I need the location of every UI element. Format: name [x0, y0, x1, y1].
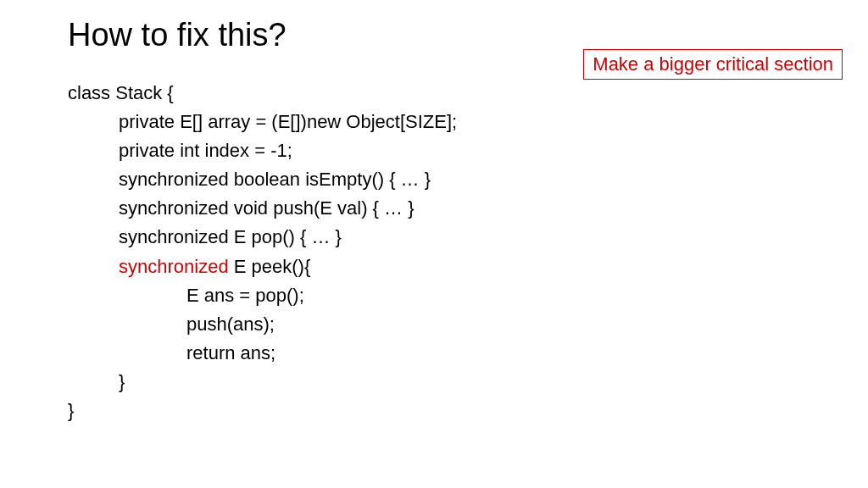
- slide-title: How to fix this?: [68, 17, 800, 53]
- code-text: E peek(){: [229, 256, 311, 277]
- code-line: synchronized void push(E val) { … }: [68, 194, 800, 223]
- code-line: synchronized E pop() { … }: [68, 223, 800, 252]
- code-line: synchronized boolean isEmpty() { … }: [68, 165, 800, 194]
- synchronized-keyword: synchronized: [119, 256, 229, 277]
- code-line: return ans;: [68, 339, 800, 368]
- code-line: private int index = -1;: [68, 136, 800, 165]
- code-line: synchronized E peek(){: [68, 252, 800, 281]
- callout-box: Make a bigger critical section: [583, 49, 843, 80]
- code-block: class Stack { private E[] array = (E[])n…: [68, 79, 800, 425]
- code-line: push(ans);: [68, 310, 800, 339]
- code-line: }: [68, 368, 800, 396]
- code-line: class Stack {: [68, 79, 800, 108]
- code-line: }: [68, 396, 800, 425]
- code-line: E ans = pop();: [68, 281, 800, 310]
- code-line: private E[] array = (E[])new Object[SIZE…: [68, 108, 800, 136]
